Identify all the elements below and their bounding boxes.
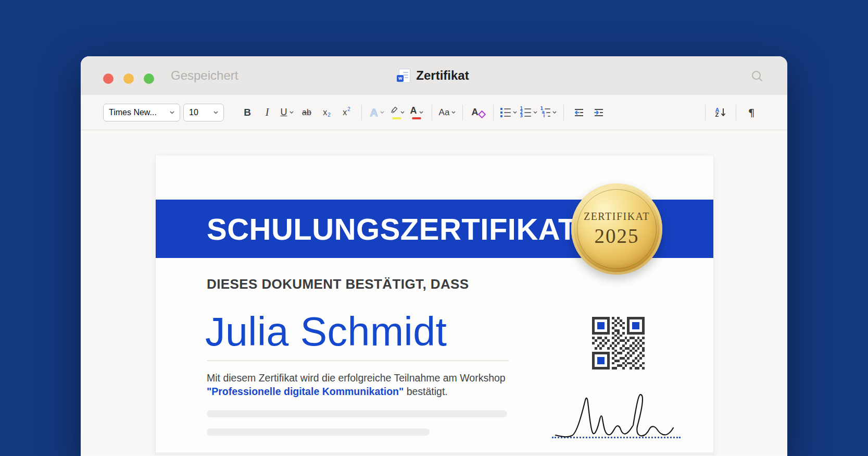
multilevel-list-icon: 1 a i xyxy=(540,108,550,117)
workshop-title-link: "Professionelle digitale Kommunikation" xyxy=(207,386,404,397)
bullet-list-icon xyxy=(500,108,511,117)
bullet-list-button[interactable] xyxy=(500,104,518,121)
confirmation-line: DIESES DOKUMENT BESTÄTIGT, DASS xyxy=(207,276,469,292)
highlight-chevron-icon[interactable] xyxy=(400,111,405,114)
body-suffix: bestätigt. xyxy=(404,386,448,397)
toolbar-divider xyxy=(736,105,736,120)
seal-label: ZERTIFIKAT xyxy=(584,211,650,223)
document-title: Zertifikat xyxy=(416,68,469,83)
certificate-heading: SCHULUNGSZERTIFIKAT xyxy=(207,204,577,253)
name-underline xyxy=(207,360,509,361)
certificate-page[interactable]: SCHULUNGSZERTIFIKAT ZERTIFIKAT 2025 DIES… xyxy=(156,155,713,455)
text-effects-chevron-icon[interactable] xyxy=(380,111,384,114)
gold-seal-badge: ZERTIFIKAT 2025 xyxy=(571,183,662,275)
clear-formatting-diamond-icon xyxy=(477,110,486,119)
decrease-indent-button[interactable] xyxy=(570,104,588,121)
placeholder-bar xyxy=(207,428,430,436)
font-size-select[interactable]: 10 xyxy=(183,104,224,121)
certificate-body: Mit diesem Zertifikat wird die erfolgrei… xyxy=(207,371,550,398)
window-title: w Zertifikat xyxy=(81,56,787,95)
font-family-value: Times New... xyxy=(109,108,157,117)
multilevel-list-chevron-icon[interactable] xyxy=(552,111,557,114)
document-canvas: SCHULUNGSZERTIFIKAT ZERTIFIKAT 2025 DIES… xyxy=(81,130,787,455)
font-color-swatch xyxy=(412,117,421,119)
bullet-list-chevron-icon[interactable] xyxy=(513,111,517,114)
font-family-select[interactable]: Times New... xyxy=(103,104,180,121)
sort-arrow-icon xyxy=(721,108,726,117)
sort-az-icon: A Z xyxy=(715,108,720,117)
toolbar-divider xyxy=(462,105,463,120)
toolbar-divider xyxy=(705,105,706,120)
font-size-value: 10 xyxy=(189,108,198,117)
word-document-icon: w xyxy=(399,69,410,83)
superscript-button[interactable]: x2 xyxy=(337,104,355,121)
placeholder-band xyxy=(156,452,713,455)
numbered-list-icon: 1 2 3 xyxy=(520,108,531,117)
font-color-chevron-icon[interactable] xyxy=(419,111,423,114)
titlebar: Gespeichert w Zertifikat xyxy=(81,56,787,95)
underline-button[interactable]: U xyxy=(278,104,296,121)
change-case-button[interactable]: Aa xyxy=(438,104,456,121)
strikethrough-button[interactable]: ab xyxy=(298,104,316,121)
numbered-list-button[interactable]: 1 2 3 xyxy=(520,104,537,121)
change-case-chevron-icon[interactable] xyxy=(451,111,456,114)
search-icon[interactable] xyxy=(751,70,763,82)
show-paragraph-marks-button[interactable]: ¶ xyxy=(743,104,760,121)
recipient-name: Julia Schmidt xyxy=(205,309,447,355)
indent-icon xyxy=(593,108,605,117)
increase-indent-button[interactable] xyxy=(590,104,608,121)
toolbar-divider xyxy=(361,105,362,120)
subscript-button[interactable]: x2 xyxy=(318,104,335,121)
highlight-button[interactable] xyxy=(388,104,406,121)
underline-options-chevron-icon[interactable] xyxy=(290,111,294,114)
signature-line xyxy=(552,391,681,438)
sort-button[interactable]: A Z xyxy=(712,104,729,121)
formatting-toolbar: Times New... 10 B I U ab x2 x2 A xyxy=(81,95,787,130)
seal-year: 2025 xyxy=(595,224,639,248)
font-color-button[interactable]: A xyxy=(408,104,425,121)
bold-button[interactable]: B xyxy=(238,104,256,121)
numbered-list-chevron-icon[interactable] xyxy=(533,111,537,114)
outdent-icon xyxy=(573,108,585,117)
placeholder-bar xyxy=(207,410,507,417)
highlighter-icon xyxy=(389,106,398,116)
toolbar-divider xyxy=(563,105,564,120)
qr-code xyxy=(592,317,645,369)
body-line1: Mit diesem Zertifikat wird die erfolgrei… xyxy=(207,372,506,384)
italic-button[interactable]: I xyxy=(258,104,276,121)
signature-icon xyxy=(552,392,677,440)
clear-formatting-button[interactable]: A xyxy=(469,104,487,121)
app-window: Gespeichert w Zertifikat Times New... 10… xyxy=(81,56,787,456)
text-effects-button[interactable]: A xyxy=(368,104,386,121)
toolbar-divider xyxy=(493,105,494,120)
highlight-color-swatch xyxy=(393,117,401,119)
toolbar-divider xyxy=(432,105,432,120)
multilevel-list-button[interactable]: 1 a i xyxy=(539,104,557,121)
